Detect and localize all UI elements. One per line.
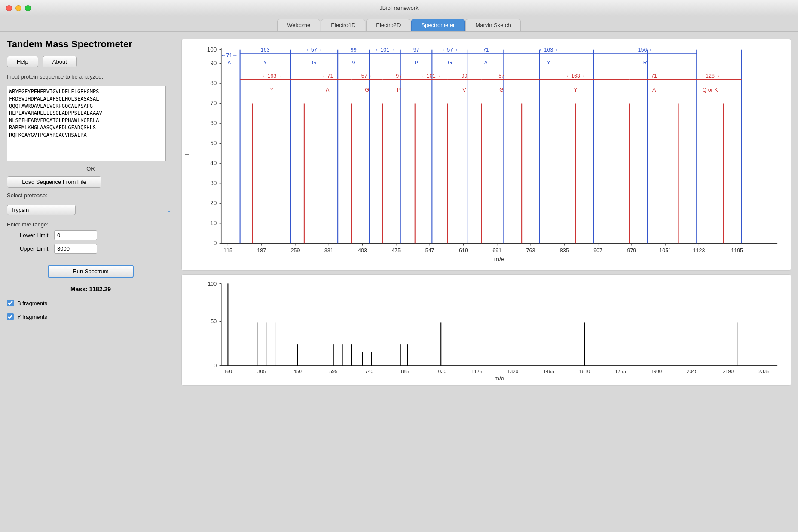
svg-text:763: 763: [526, 248, 535, 254]
svg-text:50: 50: [211, 319, 217, 325]
svg-text:0: 0: [214, 240, 217, 246]
chart2-container: I 0 50 100 160 305 450 595 740: [181, 274, 791, 386]
svg-text:P: P: [415, 60, 418, 66]
svg-text:163: 163: [261, 47, 270, 53]
svg-text:547: 547: [425, 248, 434, 254]
svg-text:←57→: ←57→: [442, 47, 459, 53]
svg-text:A: A: [227, 60, 231, 66]
close-button[interactable]: [6, 5, 12, 11]
svg-text:Y: Y: [263, 60, 267, 66]
svg-text:Y: Y: [547, 60, 551, 66]
svg-text:P: P: [397, 87, 401, 93]
svg-text:←71→: ←71→: [221, 52, 238, 58]
chevron-down-icon: ⌄: [167, 207, 172, 214]
svg-text:1320: 1320: [507, 369, 518, 374]
svg-text:90: 90: [210, 60, 217, 67]
title-bar: JBioFramework: [0, 0, 798, 16]
svg-text:595: 595: [329, 369, 337, 374]
b-fragments-checkbox[interactable]: [7, 300, 14, 306]
y-fragments-label: Y fragments: [17, 314, 47, 320]
tab-electro1d[interactable]: Electro1D: [321, 19, 365, 31]
tab-electro2d[interactable]: Electro2D: [366, 19, 410, 31]
sequence-input[interactable]: WRYRGFYPEHERVTGVLDELELGRHGMPS FKDSVIHDPA…: [7, 86, 166, 161]
range-label: Enter m/e range:: [7, 221, 174, 228]
svg-text:G: G: [365, 87, 369, 93]
b-fragments-row: B fragments: [7, 300, 174, 306]
svg-text:30: 30: [210, 180, 217, 187]
svg-text:V: V: [352, 60, 356, 66]
svg-text:475: 475: [391, 248, 401, 254]
y-fragments-row: Y fragments: [7, 313, 174, 320]
main-content: Tandem Mass Spectrometer Help About Inpu…: [0, 32, 798, 532]
svg-text:←101→: ←101→: [375, 47, 395, 53]
svg-text:160: 160: [224, 369, 232, 374]
lower-limit-input[interactable]: [54, 230, 97, 240]
upper-limit-label: Upper Limit:: [7, 245, 50, 252]
upper-limit-row: Upper Limit:: [7, 244, 174, 254]
svg-text:T: T: [429, 87, 433, 93]
svg-text:←163→: ←163→: [539, 47, 559, 53]
svg-text:Y: Y: [270, 87, 274, 93]
svg-text:←128→: ←128→: [700, 73, 720, 79]
svg-text:T: T: [383, 60, 387, 66]
svg-text:450: 450: [294, 369, 302, 374]
svg-text:97: 97: [413, 47, 419, 53]
svg-text:A: A: [652, 87, 656, 93]
help-button[interactable]: Help: [7, 56, 38, 67]
maximize-button[interactable]: [25, 5, 31, 11]
svg-text:Q or K: Q or K: [702, 87, 718, 93]
about-button[interactable]: About: [43, 56, 77, 67]
svg-text:←163→: ←163→: [566, 73, 585, 79]
or-label: OR: [7, 165, 174, 172]
svg-text:2335: 2335: [758, 369, 770, 374]
protease-select-wrapper: Trypsin Chymotrypsin LysC AspN ⌄: [7, 205, 174, 215]
run-spectrum-button[interactable]: Run Spectrum: [48, 265, 134, 278]
mass-display: Mass: 1182.29: [7, 286, 174, 293]
svg-text:←57→: ←57→: [493, 73, 510, 79]
window-title: JBioFramework: [379, 5, 418, 11]
lower-limit-label: Lower Limit:: [7, 232, 50, 238]
svg-text:1123: 1123: [693, 248, 705, 254]
svg-text:A: A: [484, 60, 488, 66]
protease-select[interactable]: Trypsin Chymotrypsin LysC AspN: [7, 205, 76, 215]
svg-text:1465: 1465: [543, 369, 554, 374]
svg-text:50: 50: [210, 140, 217, 147]
minimize-button[interactable]: [15, 5, 21, 11]
tab-marvin[interactable]: Marvin Sketch: [465, 19, 520, 31]
svg-text:2045: 2045: [687, 369, 698, 374]
svg-text:G: G: [448, 60, 452, 66]
tab-spectrometer[interactable]: Spectrometer: [411, 19, 465, 31]
svg-text:885: 885: [401, 369, 409, 374]
svg-text:1610: 1610: [579, 369, 590, 374]
load-sequence-button[interactable]: Load Sequence From File: [7, 176, 101, 188]
chart1-y-label: I: [183, 154, 190, 156]
svg-text:403: 403: [358, 248, 367, 254]
svg-text:80: 80: [210, 80, 217, 86]
svg-text:1900: 1900: [651, 369, 662, 374]
svg-text:10: 10: [210, 220, 217, 226]
y-fragments-checkbox[interactable]: [7, 313, 14, 320]
upper-limit-input[interactable]: [54, 244, 97, 254]
svg-text:156→: 156→: [638, 47, 652, 53]
svg-text:691: 691: [492, 248, 501, 254]
svg-text:40: 40: [210, 160, 217, 166]
svg-text:Y: Y: [574, 87, 578, 93]
svg-text:979: 979: [627, 248, 636, 254]
svg-text:1030: 1030: [435, 369, 446, 374]
svg-text:115: 115: [223, 248, 232, 254]
tab-welcome[interactable]: Welcome: [277, 19, 320, 31]
chart1-container: I 0 10 20 30 40 50 60: [181, 39, 791, 271]
svg-text:←71: ←71: [322, 73, 333, 79]
svg-text:71: 71: [483, 47, 489, 53]
svg-text:←163→: ←163→: [262, 73, 282, 79]
right-panel: I 0 10 20 30 40 50 60: [181, 39, 791, 525]
chart1-svg: 0 10 20 30 40 50 60 70 80 90 1: [203, 43, 786, 266]
btn-row: Help About: [7, 56, 174, 67]
svg-text:331: 331: [324, 248, 333, 254]
svg-text:60: 60: [210, 120, 217, 126]
lower-limit-row: Lower Limit:: [7, 230, 174, 240]
svg-text:0: 0: [214, 363, 217, 369]
b-fragments-label: B fragments: [17, 300, 47, 306]
chart2-y-label: I: [183, 329, 190, 331]
svg-text:70: 70: [210, 100, 217, 107]
